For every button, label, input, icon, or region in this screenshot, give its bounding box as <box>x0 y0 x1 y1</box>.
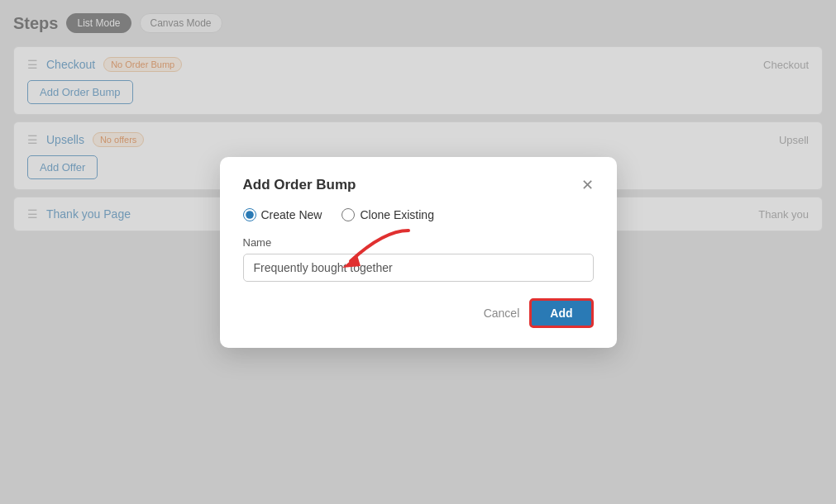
cancel-button[interactable]: Cancel <box>484 307 520 320</box>
add-order-bump-modal: Add Order Bump ✕ Create New Clone Existi… <box>220 157 617 348</box>
modal-footer: Cancel Add <box>243 298 594 328</box>
clone-existing-radio[interactable] <box>342 208 355 221</box>
modal-close-button[interactable]: ✕ <box>581 178 594 193</box>
name-input[interactable] <box>243 254 594 282</box>
clone-existing-radio-label[interactable]: Clone Existing <box>342 208 434 221</box>
name-field-label: Name <box>243 236 594 249</box>
create-new-radio-label[interactable]: Create New <box>243 208 322 221</box>
type-radio-group: Create New Clone Existing <box>243 208 594 221</box>
modal-header: Add Order Bump ✕ <box>243 177 594 193</box>
create-new-radio[interactable] <box>243 208 256 221</box>
name-field-container: Name <box>243 236 594 282</box>
clone-existing-label: Clone Existing <box>360 208 434 221</box>
modal-title: Add Order Bump <box>243 177 356 193</box>
add-button[interactable]: Add <box>529 298 593 328</box>
create-new-label: Create New <box>261 208 322 221</box>
modal-overlay: Add Order Bump ✕ Create New Clone Existi… <box>0 0 836 504</box>
